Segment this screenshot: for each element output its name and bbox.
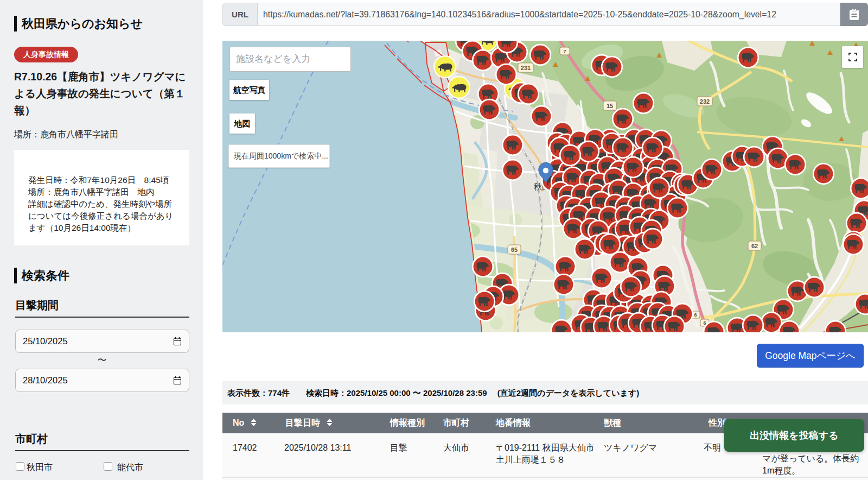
svg-text:232: 232 — [700, 98, 710, 105]
svg-text:7: 7 — [563, 49, 566, 54]
svg-text:231: 231 — [521, 65, 531, 71]
svg-text:6: 6 — [694, 312, 697, 318]
svg-text:65: 65 — [511, 247, 518, 253]
svg-text:15: 15 — [607, 103, 613, 109]
svg-text:62: 62 — [751, 243, 758, 249]
